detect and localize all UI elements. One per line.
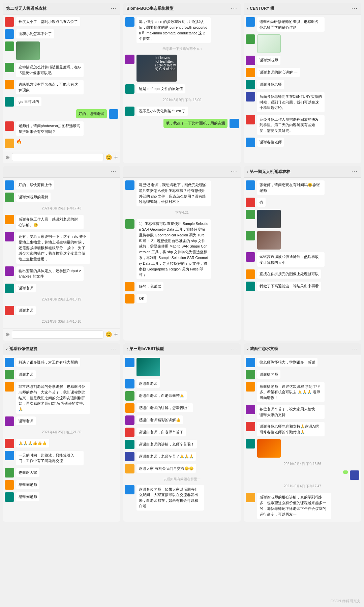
avatar — [246, 231, 255, 240]
timestamp: 下午4:21 — [125, 210, 239, 215]
avatar — [246, 80, 255, 89]
panel-title: Biome-BGC生态系统模型 — [126, 6, 173, 11]
avatar — [5, 451, 14, 460]
add-icon[interactable]: + — [114, 154, 118, 161]
image-bubble[interactable] — [136, 358, 160, 376]
emoji-icon[interactable]: ⊕ — [5, 331, 10, 338]
avatar — [5, 215, 14, 224]
add-icon[interactable]: + — [114, 331, 118, 338]
message-bubble: 谢谢老师 — [16, 370, 36, 379]
image-bubble[interactable] — [257, 210, 281, 228]
more-options-button[interactable]: ··· — [231, 169, 237, 175]
avatar — [5, 29, 14, 39]
more-options-button[interactable]: ··· — [352, 169, 358, 175]
avatar — [125, 391, 134, 401]
avatar — [5, 17, 14, 27]
avatar — [125, 84, 134, 94]
message-bubble: 好的，我试试 — [136, 282, 163, 291]
message-row: 有 — [246, 198, 359, 207]
message-row: 1）坐标框剪可以直接使用 Sample Selection SAR Geomet… — [125, 219, 239, 279]
message-bubble: 也谢谢大家 — [16, 468, 39, 477]
more-options-button[interactable]: ··· — [352, 5, 358, 11]
avatar — [5, 97, 14, 107]
avatar — [125, 485, 134, 494]
message-content: l of leaves l of leaf litter, ) C:N of l… — [136, 55, 177, 82]
avatar — [246, 210, 255, 219]
message-row — [246, 439, 359, 458]
message-bubble: 谢谢白老师，老师辛苦了🙏🙏🙏 — [136, 452, 196, 461]
avatar — [246, 382, 255, 392]
message-row: 麻烦各位工作人员把课程回放尽快发到群里。第二天的内容确实有些难度，需要反复研究。 — [246, 115, 359, 135]
message-row: 谢谢大家 有机会我们再交流😊😊 — [125, 464, 239, 473]
message-row — [246, 34, 359, 53]
more-options-button[interactable]: ··· — [231, 5, 237, 11]
back-button[interactable]: ‹ — [126, 346, 128, 352]
message-bubble: 谢谢老师 — [16, 284, 36, 293]
avatar — [246, 269, 255, 279]
panel-header: ‹陆面生态水文模··· — [244, 343, 361, 355]
panel-header: ‹第三期InVEST模型··· — [123, 343, 241, 355]
avatar — [246, 34, 255, 44]
back-button[interactable]: ‹ — [247, 169, 249, 174]
image-bubble[interactable] — [257, 231, 281, 250]
message-input[interactable] — [12, 153, 103, 161]
panel-header: ‹CENTURY 模··· — [244, 3, 361, 15]
message-row: 谢谢各位老师包容和支持🙏谢谢AI尚研修各位老师的辛勤付出🙏 — [246, 422, 359, 436]
message-bubble: 谢谢各位老师 — [257, 138, 284, 147]
message-bubble: 说不是小N优化到某个 c:n 了 — [136, 107, 188, 116]
avatar — [246, 422, 255, 431]
message-row: 谢谢老师 — [5, 284, 118, 293]
more-options-button[interactable]: ··· — [352, 346, 358, 352]
back-button[interactable]: ‹ — [247, 6, 249, 11]
message-bubble: 感谢徐老师的耐心讲解，真的学到很多多！也希望这么有价值的课程越来越多一另，哪位老… — [257, 493, 331, 519]
image-bubble[interactable]: l of leaves l of leaf litter, ) C:N of l… — [136, 55, 177, 82]
message-row: 好的，尽快剪辑上传 — [5, 180, 118, 190]
message-bubble: 解决了很多疑惑，对工作有很大帮助 — [16, 358, 80, 367]
image-bubble[interactable] — [257, 34, 281, 53]
message-bubble: gis 里可以的 — [16, 97, 41, 106]
message-row: 也谢谢大家 — [5, 468, 118, 478]
chat-footer: ⊕😊+ — [3, 328, 120, 341]
chat-panel-panel7: ‹遥感影像信息提···解决了很多疑惑，对工作有很大帮助谢谢老师非常感谢刘老师的分… — [3, 343, 120, 522]
more-options-button[interactable]: ··· — [231, 346, 237, 352]
avatar — [246, 358, 255, 367]
avatar — [125, 379, 134, 388]
message-row: 长度太小了，都到小数点后五六位了 — [5, 17, 118, 27]
message-row: 谢谢白老师，白老师辛苦🙏 — [125, 391, 239, 401]
message-bubble: 后面各位老师同学在CENTURY实操的时候，遇到什么问题，我们可以在这个群里边讨… — [257, 92, 325, 112]
message-row: 感谢徐老师的耐心讲解，真的学到很多多！也希望这么有价值的课程越来越多一另，哪位老… — [246, 493, 359, 519]
message-bubble: 🙏🙏🙏👍👍👍 — [16, 439, 49, 448]
message-bubble: 各位老师辛苦了，祝大家周末愉快，谢谢大家的支持 — [257, 405, 325, 419]
panel-title: 陆面生态水文模 — [250, 346, 278, 352]
chat-body: 嗯，但是 c：n 的参数我没动，用的默认值，想要优化的是 current gro… — [123, 15, 241, 163]
image-bubble[interactable] — [16, 41, 40, 60]
smiley-icon[interactable]: 😊 — [105, 154, 112, 161]
message-row: 好的，谢谢老师 — [5, 109, 118, 119]
more-options-button[interactable]: ··· — [111, 169, 117, 175]
message-row: 谢谢老师 — [5, 306, 118, 315]
more-options-button[interactable]: ··· — [111, 5, 117, 11]
message-bubble: 麻烦各位工作人员把课程回放尽快发到群里。第二天的内容确实有些难度，需要反复研究。 — [257, 115, 325, 135]
chat-panel-panel3: ‹CENTURY 模···谢谢AI尚研修老师的组织，也感谢各位老师同学的耐心讨论… — [244, 3, 361, 163]
avatar — [5, 80, 14, 89]
message-bubble: 我做了下高通滤波，等结果出来再看 — [257, 282, 321, 291]
avatar — [125, 219, 134, 229]
chat-body: 张老师，请问您现在有时间吗😄@张老师有试试高通滤波和低通滤波，然后再改变计算核的… — [244, 178, 361, 341]
panel-header: ‹遥感影像信息提··· — [3, 343, 120, 355]
message-row: 直接在你拼接完的图像上处理就可以 — [246, 269, 359, 279]
avatar — [5, 480, 14, 490]
back-button[interactable]: ‹ — [6, 346, 8, 352]
back-button[interactable]: ‹ — [247, 346, 249, 352]
emoji-icon[interactable]: ⊕ — [5, 154, 10, 161]
avatar — [125, 440, 134, 449]
avatar — [5, 358, 14, 367]
message-bubble: 谢谢徐老师 — [257, 370, 280, 379]
message-bubble: 谢谢老师的耐心讲解 一 — [257, 68, 300, 77]
message-row: 后面各位老师同学在CENTURY实操的时候，遇到什么问题，我们可以在这个群里边讨… — [246, 92, 359, 112]
avatar — [230, 119, 239, 128]
smiley-icon[interactable]: 😊 — [105, 331, 112, 338]
message-bubble: 面积小到怎率不计了 — [16, 29, 54, 38]
message-input[interactable] — [12, 330, 103, 339]
more-options-button[interactable]: ··· — [111, 346, 117, 352]
image-bubble[interactable] — [257, 439, 281, 458]
